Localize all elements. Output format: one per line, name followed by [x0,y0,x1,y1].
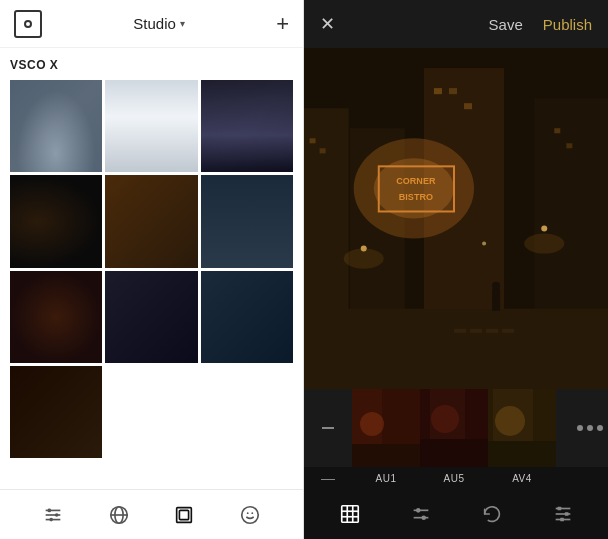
svg-point-73 [415,508,420,513]
undo-nav-icon[interactable] [476,498,508,530]
save-button[interactable]: Save [489,16,523,33]
add-button[interactable]: + [276,13,289,35]
filter-strip[interactable]: — AU1 [304,389,608,489]
main-photo-area: CORNER BISTRO [304,48,608,389]
title-text: Studio [133,15,176,32]
grid-nav-icon[interactable] [334,498,366,530]
chevron-down-icon: ▾ [180,18,185,29]
svg-point-13 [252,512,254,514]
left-panel: Studio ▾ + VSCO X [0,0,304,539]
globe-nav-icon[interactable] [103,499,135,531]
svg-point-5 [49,517,53,521]
photo-library: VSCO X [0,48,303,489]
left-header: Studio ▾ + [0,0,303,48]
adjust-nav-icon[interactable] [405,498,437,530]
svg-rect-66 [341,506,358,523]
svg-rect-78 [557,507,561,511]
photo-item[interactable] [105,175,197,267]
layers-nav-icon[interactable] [168,499,200,531]
filter-au1[interactable]: AU1 [352,389,420,489]
photo-item[interactable] [201,175,293,267]
filter-au5-label: AU5 [420,467,488,489]
photo-item[interactable] [201,80,293,172]
filter-none[interactable]: — [304,389,352,489]
svg-point-12 [247,512,249,514]
svg-rect-43 [304,48,608,389]
filter-av4[interactable]: AV4 [488,389,556,489]
main-photo: CORNER BISTRO [304,48,608,389]
right-bottom-nav [304,489,608,539]
photo-grid [10,80,293,458]
filter-au5[interactable]: AU5 [420,389,488,489]
svg-rect-79 [564,512,568,516]
photo-item[interactable] [10,366,102,458]
svg-point-74 [421,515,426,520]
photo-item[interactable] [10,271,102,363]
svg-rect-80 [560,518,564,522]
left-bottom-nav [0,489,303,539]
close-button[interactable]: ✕ [320,13,335,35]
svg-point-11 [242,506,259,523]
photo-item[interactable] [201,271,293,363]
svg-rect-55 [420,389,488,467]
svg-rect-50 [352,389,420,467]
publish-button[interactable]: Publish [543,16,592,33]
equalizer-nav-icon[interactable] [547,498,579,530]
svg-point-4 [55,513,59,517]
filter-au1-label: AU1 [352,467,420,489]
photo-item[interactable] [10,175,102,267]
photo-item[interactable] [105,80,197,172]
filter-more[interactable] [556,389,608,489]
right-header: ✕ Save Publish [304,0,608,48]
svg-point-3 [47,508,51,512]
smiley-nav-icon[interactable] [234,499,266,531]
vsco-logo [14,10,42,38]
studio-title[interactable]: Studio ▾ [133,15,185,32]
section-label: VSCO X [10,58,293,72]
filter-none-label: — [304,467,352,489]
logo-inner [24,20,32,28]
photo-item[interactable] [105,271,197,363]
header-actions: Save Publish [489,16,592,33]
photo-item[interactable] [10,80,102,172]
svg-rect-60 [488,389,556,467]
filter-av4-label: AV4 [488,467,556,489]
filters-nav-icon[interactable] [37,499,69,531]
right-panel: ✕ Save Publish [304,0,608,539]
svg-rect-10 [180,510,189,519]
